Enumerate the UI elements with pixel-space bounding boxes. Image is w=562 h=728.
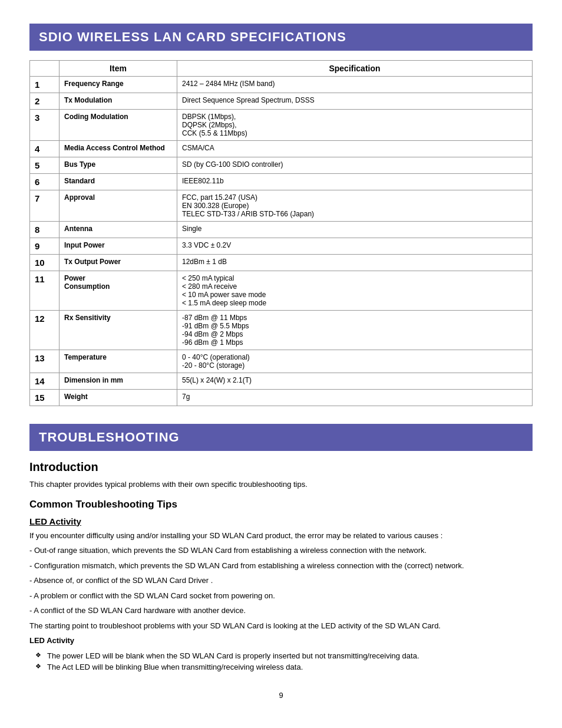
bullet-list: The power LED will be blank when the SD … (35, 650, 533, 673)
row-num: 9 (30, 238, 59, 255)
table-row: 14Dimension in mm55(L) x 24(W) x 2.1(T) (30, 373, 533, 390)
led-paragraph: If you encounter difficulty using and/or… (29, 530, 533, 542)
row-num: 2 (30, 93, 59, 110)
col-header-num (30, 61, 59, 77)
row-num: 4 (30, 141, 59, 157)
row-item: PowerConsumption (59, 271, 177, 311)
led-title: LED Activity (29, 516, 533, 526)
row-spec: 7g (177, 390, 533, 406)
table-row: 2Tx ModulationDirect Sequence Spread Spe… (30, 93, 533, 110)
row-item: Coding Modulation (59, 110, 177, 141)
row-spec: Single (177, 222, 533, 238)
row-item: Antenna (59, 222, 177, 238)
table-row: 1Frequency Range2412 – 2484 MHz (ISM ban… (30, 77, 533, 93)
row-spec: 0 - 40°C (operational)-20 - 80°C (storag… (177, 350, 533, 373)
row-spec: FCC, part 15.247 (USA)EN 300.328 (Europe… (177, 190, 533, 222)
row-item: Tx Modulation (59, 93, 177, 110)
bullet-item: The power LED will be blank when the SD … (35, 650, 533, 662)
row-spec: 3.3 VDC ± 0.2V (177, 238, 533, 255)
row-spec: < 250 mA typical< 280 mA receive< 10 mA … (177, 271, 533, 311)
row-spec: CSMA/CA (177, 141, 533, 157)
led-paragraphs: If you encounter difficulty using and/or… (29, 530, 533, 632)
row-item: Bus Type (59, 157, 177, 174)
table-row: 7ApprovalFCC, part 15.247 (USA)EN 300.32… (30, 190, 533, 222)
led-paragraph: The starting point to troubleshoot probl… (29, 620, 533, 632)
specs-section-header: SDIO WIRELESS LAN CARD SPECIFICATIONS (29, 24, 533, 51)
row-spec: Direct Sequence Spread Spectrum, DSSS (177, 93, 533, 110)
row-spec: -87 dBm @ 11 Mbps-91 dBm @ 5.5 Mbps-94 d… (177, 311, 533, 350)
specs-table: Item Specification 1Frequency Range2412 … (29, 60, 533, 406)
led-paragraph: - Configuration mismatch, which prevents… (29, 560, 533, 572)
row-item: Dimension in mm (59, 373, 177, 390)
led-paragraph: - Absence of, or conflict of the SD WLAN… (29, 575, 533, 587)
row-num: 14 (30, 373, 59, 390)
row-item: Frequency Range (59, 77, 177, 93)
table-row: 11PowerConsumption< 250 mA typical< 280 … (30, 271, 533, 311)
table-row: 12Rx Sensitivity-87 dBm @ 11 Mbps-91 dBm… (30, 311, 533, 350)
troubleshooting-section-header: TROUBLESHOOTING (29, 424, 533, 451)
common-title: Common Troubleshooting Tips (29, 499, 533, 510)
row-item: Input Power (59, 238, 177, 255)
row-num: 11 (30, 271, 59, 311)
row-spec: IEEE802.11b (177, 174, 533, 190)
table-row: 13Temperature0 - 40°C (operational)-20 -… (30, 350, 533, 373)
row-item: Weight (59, 390, 177, 406)
row-item: Media Access Control Method (59, 141, 177, 157)
table-row: 15Weight7g (30, 390, 533, 406)
table-row: 9Input Power3.3 VDC ± 0.2V (30, 238, 533, 255)
row-item: Approval (59, 190, 177, 222)
row-item: Standard (59, 174, 177, 190)
table-row: 5Bus TypeSD (by CG-100 SDIO controller) (30, 157, 533, 174)
table-row: 6StandardIEEE802.11b (30, 174, 533, 190)
row-num: 3 (30, 110, 59, 141)
row-spec: DBPSK (1Mbps),DQPSK (2Mbps),CCK (5.5 & 1… (177, 110, 533, 141)
row-item: Tx Output Power (59, 255, 177, 271)
col-header-item: Item (59, 61, 177, 77)
table-row: 4Media Access Control MethodCSMA/CA (30, 141, 533, 157)
row-spec: 55(L) x 24(W) x 2.1(T) (177, 373, 533, 390)
led-paragraph: - A problem or conflict with the SD WLAN… (29, 590, 533, 602)
row-num: 10 (30, 255, 59, 271)
led-activity-label: LED Activity (29, 635, 533, 647)
table-row: 3Coding ModulationDBPSK (1Mbps),DQPSK (2… (30, 110, 533, 141)
row-num: 8 (30, 222, 59, 238)
table-row: 10Tx Output Power12dBm ± 1 dB (30, 255, 533, 271)
row-num: 1 (30, 77, 59, 93)
page-number: 9 (29, 691, 533, 700)
row-spec: SD (by CG-100 SDIO controller) (177, 157, 533, 174)
col-header-spec: Specification (177, 61, 533, 77)
row-spec: 12dBm ± 1 dB (177, 255, 533, 271)
bullet-item: The Act LED will be blinking Blue when t… (35, 661, 533, 673)
intro-text: This chapter provides typical problems w… (29, 479, 533, 490)
row-spec: 2412 – 2484 MHz (ISM band) (177, 77, 533, 93)
row-num: 15 (30, 390, 59, 406)
row-num: 6 (30, 174, 59, 190)
row-num: 5 (30, 157, 59, 174)
row-num: 7 (30, 190, 59, 222)
table-row: 8AntennaSingle (30, 222, 533, 238)
row-num: 13 (30, 350, 59, 373)
row-num: 12 (30, 311, 59, 350)
row-item: Rx Sensitivity (59, 311, 177, 350)
led-paragraph: - Out-of range situation, which prevents… (29, 545, 533, 556)
led-paragraph: - A conflict of the SD WLAN Card hardwar… (29, 605, 533, 617)
row-item: Temperature (59, 350, 177, 373)
intro-title: Introduction (29, 460, 533, 474)
